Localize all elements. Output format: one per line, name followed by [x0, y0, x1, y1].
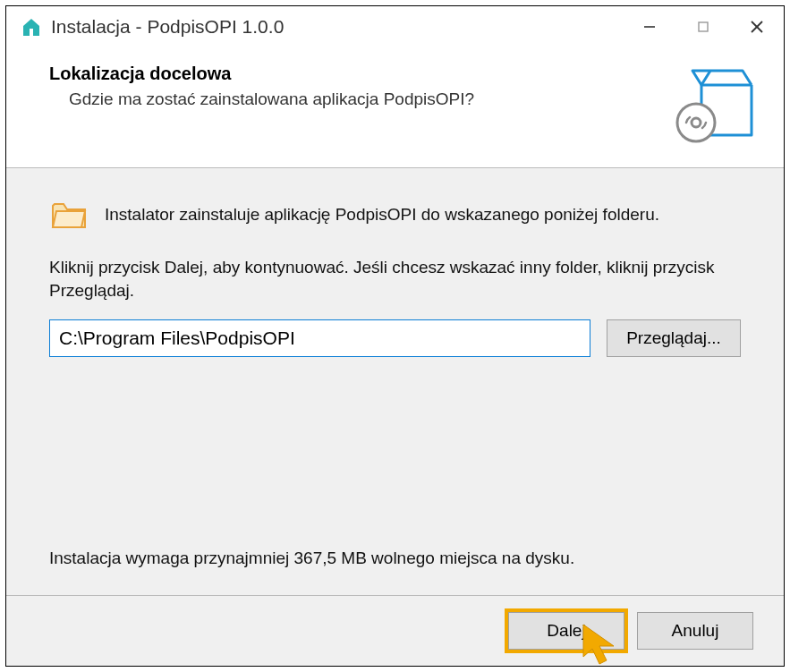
svg-rect-2 [699, 22, 708, 31]
next-button[interactable]: Dalej [508, 612, 624, 650]
page-subtitle: Gdzie ma zostać zainstalowana aplikacja … [49, 89, 671, 109]
window-controls [623, 6, 784, 47]
box-disc-icon [671, 64, 757, 149]
svg-point-5 [677, 104, 715, 141]
browse-button[interactable]: Przeglądaj... [607, 319, 741, 357]
disk-space-text: Instalacja wymaga przynajmniej 367,5 MB … [49, 549, 741, 577]
page-title: Lokalizacja docelowa [49, 64, 671, 84]
minimize-button[interactable] [623, 6, 676, 47]
wizard-header-text: Lokalizacja docelowa Gdzie ma zostać zai… [49, 64, 671, 109]
folder-icon [49, 195, 89, 234]
wizard-footer: Dalej Anuluj [6, 596, 784, 666]
titlebar: Instalacja - PodpisOPI 1.0.0 [6, 6, 784, 47]
maximize-button[interactable] [676, 6, 730, 47]
installer-window: Instalacja - PodpisOPI 1.0.0 Lokalizacja… [5, 5, 785, 667]
cancel-button[interactable]: Anuluj [637, 612, 753, 650]
app-icon [19, 14, 44, 39]
intro-text: Instalator zainstaluje aplikację PodpisO… [105, 205, 659, 225]
window-title: Instalacja - PodpisOPI 1.0.0 [51, 16, 623, 38]
path-row: Przeglądaj... [49, 319, 741, 357]
svg-rect-0 [30, 29, 33, 36]
intro-row: Instalator zainstaluje aplikację PodpisO… [49, 195, 741, 234]
instruction-text: Kliknij przycisk Dalej, aby kontynuować.… [49, 256, 741, 302]
wizard-header: Lokalizacja docelowa Gdzie ma zostać zai… [6, 47, 784, 168]
close-button[interactable] [730, 6, 784, 47]
wizard-body: Instalator zainstaluje aplikację PodpisO… [6, 168, 784, 596]
install-path-input[interactable] [49, 319, 590, 357]
